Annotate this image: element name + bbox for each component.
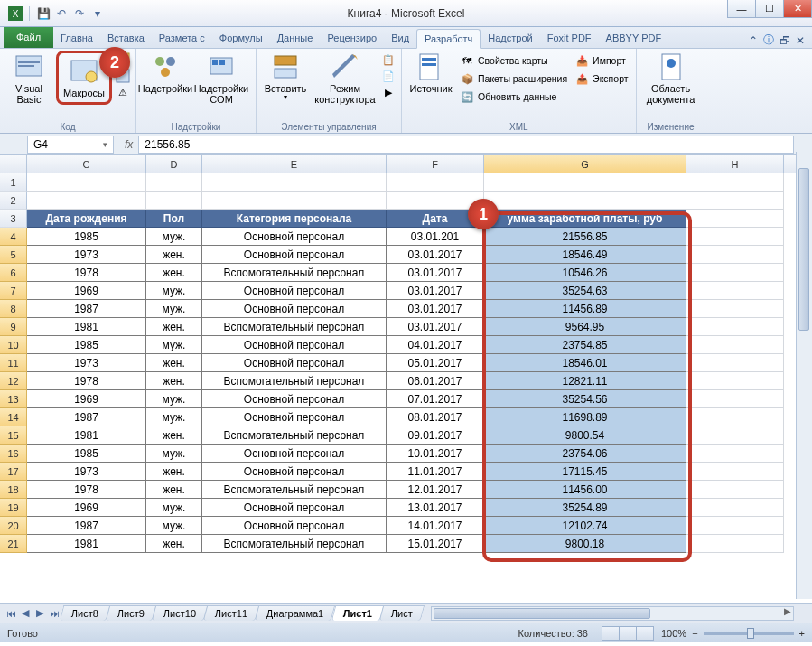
export-button[interactable]: 📤Экспорт [573, 70, 630, 87]
cell-selected[interactable]: 21556.85 [484, 228, 686, 246]
cell-selected[interactable]: 23754.85 [484, 336, 686, 354]
cell[interactable] [686, 300, 784, 318]
sheet-nav-first-icon[interactable]: ⏮ [4, 608, 18, 619]
cell[interactable] [686, 228, 784, 246]
cell[interactable] [686, 445, 784, 463]
sheet-tab[interactable]: Лист10 [152, 605, 209, 621]
ribbon-minimize-icon[interactable]: ⌃ [749, 34, 758, 47]
sheet-tab[interactable]: Лист1 [331, 605, 384, 621]
ribbon-tab[interactable]: Вставка [100, 28, 152, 48]
cell[interactable] [686, 318, 784, 336]
cell[interactable]: 1969 [27, 499, 146, 517]
col-header-H[interactable]: H [686, 155, 784, 173]
cell[interactable]: Вспомогательный персонал [202, 535, 387, 553]
row-header[interactable]: 4 [0, 228, 27, 246]
row-header[interactable]: 13 [0, 390, 27, 408]
file-tab[interactable]: Файл [4, 26, 53, 48]
cell[interactable]: 06.01.2017 [387, 372, 484, 390]
sheet-tab[interactable]: Лист [379, 605, 425, 621]
cell[interactable]: 1987 [27, 300, 146, 318]
cell[interactable]: жен. [146, 354, 202, 372]
save-icon[interactable]: 💾 [35, 5, 51, 22]
row-header[interactable]: 6 [0, 264, 27, 282]
row-header[interactable]: 10 [0, 336, 27, 354]
ribbon-tab[interactable]: Разработч [416, 29, 481, 49]
cell[interactable]: Вспомогательный персонал [202, 372, 387, 390]
macro-security-icon[interactable]: ⚠ [116, 85, 130, 99]
cell-selected[interactable]: 11698.89 [484, 408, 686, 426]
sheet-nav-last-icon[interactable]: ⏭ [47, 608, 61, 619]
row-header[interactable]: 5 [0, 246, 27, 264]
cell[interactable]: 03.01.201 [387, 228, 484, 246]
addins-button[interactable]: Надстройки [142, 51, 189, 96]
import-button[interactable]: 📥Импорт [573, 52, 630, 69]
close-button[interactable]: ✕ [783, 0, 812, 18]
cell[interactable]: 10.01.2017 [387, 445, 484, 463]
select-all-corner[interactable] [0, 155, 27, 173]
ribbon-tab[interactable]: ABBYY PDF [599, 28, 669, 48]
cell[interactable]: Основной персонал [202, 228, 387, 246]
cell[interactable]: жен. [146, 535, 202, 553]
table-header[interactable]: умма заработной платы, руб [484, 210, 686, 228]
cell[interactable]: 05.01.2017 [387, 354, 484, 372]
cell[interactable]: Вспомогательный персонал [202, 481, 387, 499]
view-layout-button[interactable] [619, 626, 637, 641]
cell-selected[interactable]: 17115.45 [484, 463, 686, 481]
cell[interactable]: 1969 [27, 390, 146, 408]
cell[interactable]: муж. [146, 300, 202, 318]
view-code-icon[interactable]: 📄 [381, 69, 396, 83]
cell[interactable]: муж. [146, 517, 202, 535]
row-header[interactable]: 8 [0, 300, 27, 318]
cell[interactable]: 03.01.2017 [387, 264, 484, 282]
name-box[interactable]: G4 ▾ [27, 136, 114, 154]
col-header-F[interactable]: F [387, 155, 484, 173]
refresh-data-button[interactable]: 🔄Обновить данные [458, 89, 569, 105]
cell[interactable] [686, 264, 784, 282]
ribbon-tab[interactable]: Формулы [212, 28, 270, 48]
map-properties-button[interactable]: 🗺Свойства карты [458, 52, 569, 69]
cell[interactable]: 1973 [27, 246, 146, 264]
row-header[interactable]: 17 [0, 463, 27, 481]
insert-control-button[interactable]: Вставить ▾ [262, 51, 309, 104]
ribbon-tab[interactable]: Главна [53, 28, 100, 48]
cell[interactable]: 09.01.2017 [387, 426, 484, 445]
cell[interactable]: 1969 [27, 282, 146, 300]
cell[interactable] [686, 336, 784, 354]
cell[interactable]: Вспомогательный персонал [202, 426, 387, 445]
cell[interactable]: Основной персонал [202, 445, 387, 463]
cell[interactable]: муж. [146, 282, 202, 300]
cell[interactable]: Основной персонал [202, 499, 387, 517]
cell[interactable] [686, 463, 784, 481]
com-addins-button[interactable]: Надстройки COM [192, 51, 250, 107]
redo-icon[interactable]: ↷ [71, 5, 88, 22]
cell[interactable]: 1973 [27, 463, 146, 481]
undo-icon[interactable]: ↶ [53, 5, 70, 22]
cell[interactable] [686, 390, 784, 408]
cell[interactable]: 1978 [27, 264, 146, 282]
cell-selected[interactable]: 9800.54 [484, 426, 686, 445]
cell-selected[interactable]: 11456.89 [484, 300, 686, 318]
visual-basic-button[interactable]: Visual Basic [5, 51, 52, 107]
zoom-slider[interactable] [704, 632, 794, 635]
document-panel-button[interactable]: Область документа [642, 51, 700, 107]
cell[interactable]: 1985 [27, 228, 146, 246]
cell[interactable]: 03.01.2017 [387, 246, 484, 264]
row-header[interactable]: 21 [0, 535, 27, 553]
cell-selected[interactable]: 23754.06 [484, 445, 686, 463]
cell[interactable]: Основной персонал [202, 336, 387, 354]
cell[interactable]: 14.01.2017 [387, 517, 484, 535]
cell[interactable]: муж. [146, 445, 202, 463]
col-header-G[interactable]: G [484, 155, 686, 173]
vertical-scrollbar[interactable] [796, 152, 812, 599]
ribbon-tab[interactable]: Вид [384, 28, 416, 48]
ribbon-tab[interactable]: Рецензиро [320, 28, 384, 48]
horizontal-scrollbar[interactable]: ◀ ▶ [431, 606, 794, 621]
cell[interactable]: 08.01.2017 [387, 408, 484, 426]
row-header[interactable]: 16 [0, 445, 27, 463]
cell[interactable] [686, 282, 784, 300]
col-header-C[interactable]: C [27, 155, 146, 173]
cell[interactable]: 11.01.2017 [387, 463, 484, 481]
row-header[interactable]: 12 [0, 372, 27, 390]
sheet-tab[interactable]: Лист9 [106, 605, 157, 621]
sheet-nav-next-icon[interactable]: ▶ [33, 607, 47, 619]
